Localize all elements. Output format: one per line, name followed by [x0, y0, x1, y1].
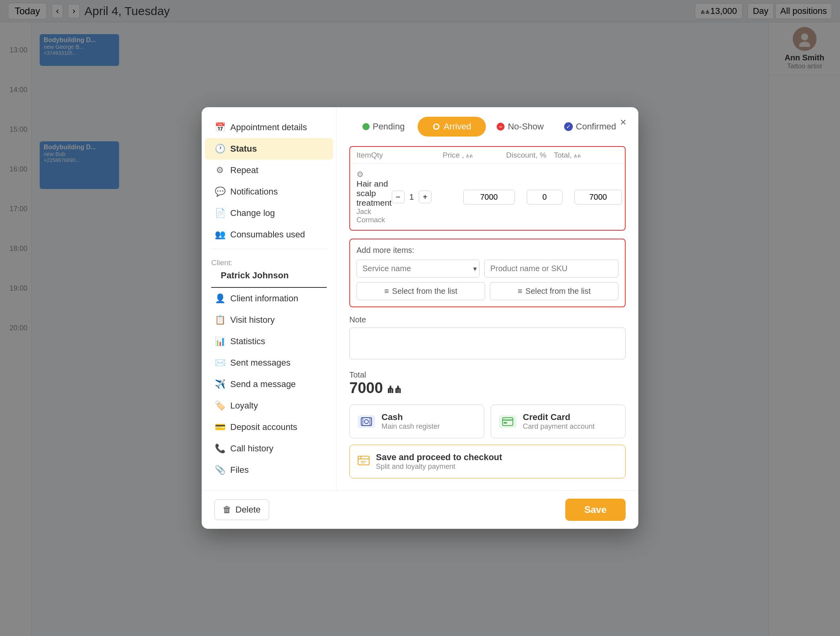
note-label: Note — [349, 315, 626, 324]
price-input[interactable] — [463, 190, 515, 204]
sidebar-label-repeat: Repeat — [230, 165, 258, 175]
tab-pending[interactable]: Pending — [349, 117, 418, 137]
arrived-dot — [432, 123, 440, 131]
person-icon: 👤 — [214, 293, 225, 304]
total-input[interactable] — [574, 190, 622, 204]
card-sub: Card payment account — [523, 422, 595, 431]
header-total: Total, ₼₼ — [554, 151, 617, 160]
list-icon-product: ≡ — [518, 287, 522, 296]
product-name-input[interactable] — [484, 260, 618, 278]
note-textarea[interactable] — [349, 328, 626, 359]
sidebar-item-loyalty[interactable]: 🏷️ Loyalty — [205, 395, 333, 416]
total-section: Total 7000 ₼₼ — [349, 370, 626, 397]
phone-icon: 📞 — [214, 443, 225, 454]
checkout-name: Save and proceed to checkout — [376, 452, 502, 463]
cash-info: Cash Main cash register — [381, 412, 440, 431]
clock-icon: 🕐 — [214, 144, 225, 154]
add-items-inputs: ▾ — [356, 260, 618, 278]
select-service-list-button[interactable]: ≡ Select from the list — [356, 282, 485, 300]
cash-name: Cash — [381, 412, 440, 422]
checkout-icon — [358, 456, 370, 468]
sidebar-item-client-info[interactable]: 👤 Client information — [205, 288, 333, 309]
qty-value: 1 — [408, 192, 416, 202]
modal-inner: 📅 Appointment details 🕐 Status ⚙ Repeat … — [202, 107, 638, 490]
checkout-info: Save and proceed to checkout Split and l… — [376, 452, 502, 471]
service-gear-icon: ⚙ — [356, 170, 364, 179]
client-label: Client: — [202, 252, 336, 269]
tab-confirmed-label: Confirmed — [576, 121, 616, 132]
svg-rect-8 — [504, 422, 507, 424]
tab-confirmed[interactable]: ✓ Confirmed — [555, 117, 626, 137]
qty-increase-button[interactable]: + — [419, 191, 432, 203]
cash-sub: Main cash register — [381, 422, 440, 431]
tab-noshow[interactable]: – No-Show — [486, 117, 554, 137]
sidebar-item-status[interactable]: 🕐 Status — [205, 138, 333, 160]
deposit-icon: 💳 — [214, 422, 225, 432]
tab-noshow-label: No-Show — [508, 121, 543, 132]
total-amount: 7000 ₼₼ — [349, 380, 626, 397]
sidebar-item-statistics[interactable]: 📊 Statistics — [205, 331, 333, 352]
message-icon: ✉️ — [214, 358, 225, 368]
header-actions — [617, 151, 626, 160]
files-icon: 📎 — [214, 465, 225, 475]
stats-icon: 📊 — [214, 336, 225, 347]
checkout-sub: Split and loyalty payment — [376, 463, 502, 471]
sidebar-item-consumables[interactable]: 👥 Consumables used — [205, 224, 333, 245]
delete-appointment-button[interactable]: 🗑 Delete — [214, 499, 269, 520]
noshow-dot: – — [497, 123, 505, 131]
sidebar-label-appointment-details: Appointment details — [230, 122, 307, 133]
sidebar-divider — [211, 249, 327, 249]
client-name: Patrick Johnson — [211, 269, 327, 288]
sidebar-item-send-message[interactable]: ✈️ Send a message — [205, 374, 333, 395]
service-name-input[interactable] — [357, 260, 468, 277]
sidebar-item-appointment-details[interactable]: 📅 Appointment details — [205, 117, 333, 138]
sidebar-label-call-history: Call history — [230, 443, 274, 454]
sidebar-item-files[interactable]: 📎 Files — [205, 459, 333, 481]
sidebar-item-deposit-accounts[interactable]: 💳 Deposit accounts — [205, 416, 333, 438]
table-header: Item Qty Price , ₼₼ Discount, % Total, ₼… — [350, 147, 625, 164]
service-dropdown-button[interactable]: ▾ — [468, 260, 480, 277]
item-name: Hair and scalp treatment — [356, 179, 392, 208]
modal-sidebar: 📅 Appointment details 🕐 Status ⚙ Repeat … — [202, 107, 337, 490]
send-icon: ✈️ — [214, 379, 225, 389]
sidebar-item-change-log[interactable]: 📄 Change log — [205, 202, 333, 224]
discount-input[interactable] — [527, 190, 563, 204]
header-discount: Discount, % — [506, 151, 554, 160]
repeat-icon: ⚙ — [214, 165, 225, 175]
cash-payment-card[interactable]: Cash Main cash register — [349, 405, 484, 438]
header-qty: Qty — [371, 151, 443, 160]
sidebar-item-call-history[interactable]: 📞 Call history — [205, 438, 333, 459]
loyalty-icon: 🏷️ — [214, 401, 225, 411]
svg-point-3 — [364, 420, 368, 424]
save-button[interactable]: Save — [565, 499, 626, 521]
qty-decrease-button[interactable]: − — [392, 191, 405, 203]
payment-cards: Cash Main cash register — [349, 405, 626, 438]
sidebar-label-send-message: Send a message — [230, 379, 296, 389]
item-info: ⚙ Hair and scalp treatment Jack Cormack — [356, 170, 392, 224]
discount-cell — [527, 190, 574, 204]
sidebar-label-files: Files — [230, 465, 249, 475]
cash-icon — [358, 415, 375, 428]
sidebar-item-sent-messages[interactable]: ✉️ Sent messages — [205, 352, 333, 374]
checkout-button[interactable]: Save and proceed to checkout Split and l… — [349, 445, 626, 478]
sidebar-item-visit-history[interactable]: 📋 Visit history — [205, 309, 333, 331]
sidebar-label-change-log: Change log — [230, 208, 275, 218]
qty-control: − 1 + — [392, 191, 463, 203]
sidebar-label-consumables: Consumables used — [230, 229, 305, 240]
modal-main-content: Pending Arrived – No-Show ✓ Confi — [337, 107, 638, 490]
history-icon: 📋 — [214, 315, 225, 325]
card-icon — [499, 415, 516, 428]
select-list-buttons: ≡ Select from the list ≡ Select from the… — [356, 282, 618, 300]
sidebar-label-notifications: Notifications — [230, 187, 278, 197]
modal-overlay: × 📅 Appointment details 🕐 Status ⚙ Repea… — [0, 0, 840, 636]
tab-arrived[interactable]: Arrived — [418, 117, 486, 137]
sidebar-item-repeat[interactable]: ⚙ Repeat — [205, 160, 333, 181]
sidebar-item-notifications[interactable]: 💬 Notifications — [205, 181, 333, 202]
modal-close-button[interactable]: × — [616, 115, 630, 129]
service-input-wrap: ▾ — [356, 260, 480, 278]
item-provider: Jack Cormack — [356, 208, 392, 224]
price-cell — [463, 190, 527, 204]
credit-card-payment-card[interactable]: Credit Card Card payment account — [491, 405, 626, 438]
select-product-list-button[interactable]: ≡ Select from the list — [490, 282, 618, 300]
add-items-label: Add more items: — [356, 246, 618, 255]
